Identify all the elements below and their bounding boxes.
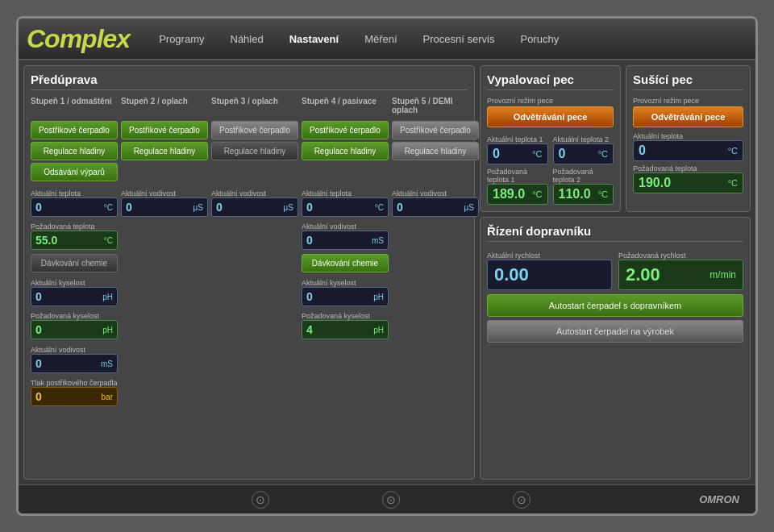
top-right: Vypalovací pec Provozní režim pece Odvět… xyxy=(480,65,751,212)
display-teplota-vyp2[interactable]: 0 °C xyxy=(553,143,614,164)
main-content: Předúprava Stupeň 1 / odmaštění Stupeň 2… xyxy=(19,60,755,484)
vyp-col-left: Aktuální teplota 1 0 °C Požadovaná teplo… xyxy=(487,132,548,205)
btn-autostart-2[interactable]: Autostart čerpadel na výrobek xyxy=(487,320,743,343)
preduprava-title: Předúprava xyxy=(31,73,468,90)
vypalovaci-title: Vypalovací pec xyxy=(487,73,614,90)
display-akt-rychlost[interactable]: 0.00 xyxy=(487,260,612,290)
dot-btn-2[interactable]: ⊙ xyxy=(382,491,400,509)
display-vodivost-ms-4[interactable]: 0 mS xyxy=(302,231,389,250)
col-header-5: Stupeň 5 / DEMI oplach xyxy=(392,97,479,114)
susici-panel: Sušící pec Provozní režim pece Odvětrává… xyxy=(626,65,751,212)
main-window: Complex Programy Náhled Nastavení Měření… xyxy=(16,16,758,516)
dot-btn-1[interactable]: ⊙ xyxy=(252,491,269,509)
display-poz-teplota-sus[interactable]: 190.0 °C xyxy=(633,172,743,193)
btn-regulace-4[interactable]: Regulace hladiny xyxy=(302,142,389,160)
label-akt-teplota-1: Aktuální teplota xyxy=(31,189,118,197)
btn-regulace-3[interactable]: Regulace hladiny xyxy=(211,142,298,160)
nav-item-procesni-servis[interactable]: Procesní servis xyxy=(410,28,508,50)
btn-cerpadlo-1[interactable]: Postřikové čerpadlo xyxy=(31,121,118,139)
susici-title: Sušící pec xyxy=(633,73,743,90)
col-header-4: Stupeň 4 / pasivace xyxy=(302,97,389,106)
vyp-col-right: Aktuální teplota 2 0 °C Požadovaná teplo… xyxy=(553,132,614,205)
label-akt-rychlost: Aktuální rychlost xyxy=(487,251,612,260)
btn-cerpadlo-2[interactable]: Postřikové čerpadlo xyxy=(121,121,208,139)
label-akt-teplota-4: Aktuální teplota xyxy=(302,189,389,197)
label-poz-teplota-sus: Požadovaná teplota xyxy=(633,164,743,172)
dots-container: ⊙ ⊙ ⊙ xyxy=(252,491,531,509)
display-poz-kysely-4[interactable]: 4 pH xyxy=(302,320,389,339)
bottom-bar: ⊙ ⊙ ⊙ OMRON xyxy=(19,484,755,513)
display-vodivost-2[interactable]: 0 μS xyxy=(121,197,208,217)
btn-odvetrani-vyp[interactable]: Odvětrávání pece xyxy=(487,106,614,127)
preduprava-panel: Předúprava Stupeň 1 / odmaštění Stupeň 2… xyxy=(23,65,475,480)
btn-chemistry-1[interactable]: Dávkování chemie xyxy=(31,254,118,272)
btn-cerpadlo-4[interactable]: Postřikové čerpadlo xyxy=(302,121,389,139)
display-teplota-sus[interactable]: 0 °C xyxy=(633,140,743,161)
label-akt-vodivost-3: Aktuální vodivost xyxy=(211,189,298,197)
btn-regulace-1[interactable]: Regulace hladiny xyxy=(31,142,118,160)
nav-item-programy[interactable]: Programy xyxy=(146,28,217,50)
display-poz-kysely-1[interactable]: 0 pH xyxy=(31,320,118,339)
nav-item-poruchy[interactable]: Poruchy xyxy=(507,28,572,50)
label-akt-teplota-vyp2: Aktuální teplota 2 xyxy=(553,135,614,143)
brand-logo: Complex xyxy=(27,24,130,54)
display-poz-teplota-vyp1[interactable]: 189.0 °C xyxy=(487,184,548,205)
label-poz-kysely-1: Požadovaná kyselost xyxy=(31,312,118,320)
nav-item-nastaveni[interactable]: Nastavení xyxy=(277,28,352,50)
display-teplota-4[interactable]: 0 °C xyxy=(302,197,389,217)
navbar: Complex Programy Náhled Nastavení Měření… xyxy=(19,19,755,60)
btn-odsavani-1[interactable]: Odsávání výparů xyxy=(31,163,118,181)
nav-item-mereni[interactable]: Měření xyxy=(352,28,410,50)
display-kysely-4[interactable]: 0 pH xyxy=(302,287,389,306)
label-akt-vodivost-5: Aktuální vodivost xyxy=(392,189,479,197)
label-poz-teplota-1: Požadovaná teplota xyxy=(31,222,118,231)
rizeni-speeds-row: Aktuální rychlost 0.00 Požadovaná rychlo… xyxy=(487,248,743,290)
btn-autostart-1[interactable]: Autostart čerpadel s dopravníkem xyxy=(487,294,743,317)
label-provoz-vyp: Provozní režim pece xyxy=(487,97,614,105)
vypalovaci-cols: Aktuální teplota 1 0 °C Požadovaná teplo… xyxy=(487,132,614,205)
btn-cerpadlo-3[interactable]: Postřikové čerpadlo xyxy=(211,121,298,139)
nav-item-nahled[interactable]: Náhled xyxy=(218,28,277,50)
display-vodivost-3[interactable]: 0 μS xyxy=(211,197,298,217)
label-akt-vodivost-ms-1: Aktuální vodivost xyxy=(31,346,118,354)
rizeni-title: Řízení dopravníku xyxy=(487,224,743,242)
right-panels: Vypalovací pec Provozní režim pece Odvět… xyxy=(480,65,751,480)
label-akt-kysely-1: Aktuální kyselost xyxy=(31,279,118,287)
display-teplota-vyp1[interactable]: 0 °C xyxy=(487,143,548,164)
label-provoz-sus: Provozní režim pece xyxy=(633,97,743,105)
btn-odvetrani-sus[interactable]: Odvětrávání pece xyxy=(633,106,743,127)
label-akt-teplota-vyp1: Aktuální teplota 1 xyxy=(487,135,548,143)
btn-regulace-2[interactable]: Regulace hladiny xyxy=(121,142,208,160)
display-tlak-1[interactable]: 0 bar xyxy=(31,387,118,406)
btn-cerpadlo-5[interactable]: Postřikové čerpadlo xyxy=(392,121,479,139)
label-tlak-1: Tlak postřikového čerpadla xyxy=(31,379,118,387)
btn-chemistry-4[interactable]: Dávkování chemie xyxy=(302,254,389,272)
col-header-3: Stupeň 3 / oplach xyxy=(211,97,298,106)
rizeni-panel: Řízení dopravníku Aktuální rychlost 0.00… xyxy=(480,217,751,480)
label-poz-rychlost: Požadovaná rychlost xyxy=(618,251,743,260)
label-poz-teplota-vyp1: Požadovaná teplota 1 xyxy=(487,168,548,184)
display-poz-rychlost[interactable]: 2.00 m/min xyxy=(618,260,743,290)
rizeni-akt-rychlost: Aktuální rychlost 0.00 xyxy=(487,248,612,290)
display-poz-teplota-vyp2[interactable]: 110.0 °C xyxy=(553,184,614,205)
col-header-1: Stupeň 1 / odmaštění xyxy=(31,97,118,106)
label-poz-kysely-4: Požadovaná kyselost xyxy=(302,312,389,320)
label-akt-kysely-4: Aktuální kyselost xyxy=(302,279,389,287)
btn-regulace-5[interactable]: Regulace hladiny xyxy=(392,142,479,160)
label-akt-vodivost-2: Aktuální vodivost xyxy=(121,189,208,197)
label-akt-teplota-sus: Aktuální teplota xyxy=(633,132,743,140)
rizeni-poz-rychlost: Požadovaná rychlost 2.00 m/min xyxy=(618,248,743,290)
display-poz-teplota-1[interactable]: 55.0 °C xyxy=(31,231,118,250)
vypalovaci-panel: Vypalovací pec Provozní režim pece Odvět… xyxy=(480,65,621,212)
col-header-2: Stupeň 2 / oplach xyxy=(121,97,208,106)
label-poz-teplota-vyp2: Požadovaná teplota 2 xyxy=(553,168,614,184)
display-kysely-1[interactable]: 0 pH xyxy=(31,287,118,306)
dot-btn-3[interactable]: ⊙ xyxy=(513,491,531,509)
display-vodivost-5[interactable]: 0 μS xyxy=(392,197,479,217)
label-akt-vodivost-ms-4: Aktuální vodivost xyxy=(302,222,389,231)
display-vodivost-ms-1[interactable]: 0 mS xyxy=(31,354,118,373)
omron-brand: OMRON xyxy=(699,493,739,505)
display-teplota-1[interactable]: 0 °C xyxy=(31,197,118,217)
